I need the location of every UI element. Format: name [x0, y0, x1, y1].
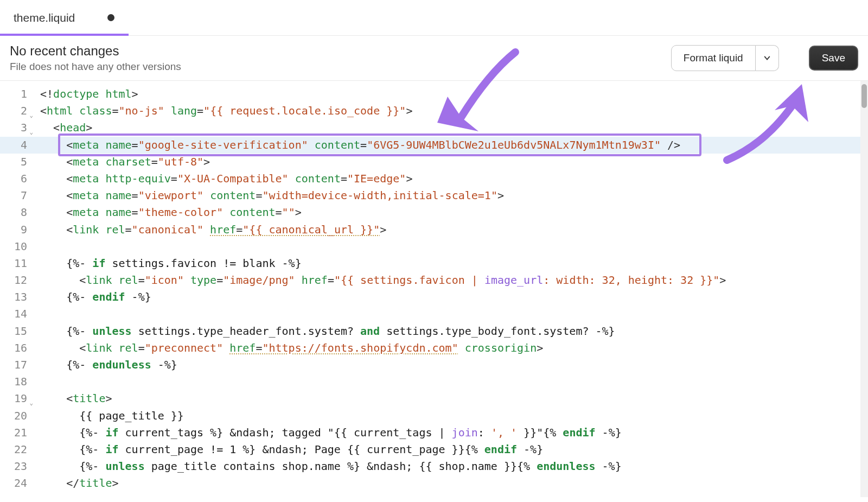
line-number: 3⌄ [0, 119, 27, 136]
code-line[interactable]: {%- if current_tags %} &ndash; tagged "{… [40, 424, 868, 441]
line-number: 13 [0, 289, 27, 306]
code-line[interactable] [40, 373, 868, 390]
line-number: 8 [0, 204, 27, 221]
status-subtitle: File does not have any other versions [10, 61, 181, 73]
line-number: 22 [0, 441, 27, 458]
line-number: 21 [0, 424, 27, 441]
toolbar: No recent changes File does not have any… [0, 36, 868, 81]
code-line[interactable]: {{ page_title }} [40, 408, 868, 424]
code-line[interactable]: <link rel="icon" type="image/png" href="… [40, 272, 868, 289]
line-number: 19⌄ [0, 390, 27, 407]
tab-bar: theme.liquid [0, 0, 868, 36]
code-line[interactable]: {%- unless settings.type_header_font.sys… [40, 323, 868, 340]
code-line[interactable]: {%- endif -%} [40, 289, 868, 306]
format-liquid-button[interactable]: Format liquid [671, 45, 756, 71]
code-line[interactable]: <html class="no-js" lang="{{ request.loc… [40, 103, 868, 119]
code-line[interactable]: {%- unless page_title contains shop.name… [40, 458, 868, 475]
line-number: 17 [0, 357, 27, 373]
dirty-indicator-icon [107, 14, 114, 21]
toolbar-actions: Format liquid Save [671, 45, 858, 71]
code-line[interactable] [40, 306, 868, 322]
line-number: 4 [0, 137, 27, 154]
code-line[interactable]: <meta name="viewport" content="width=dev… [40, 187, 868, 204]
save-button[interactable]: Save [809, 46, 858, 71]
line-number: 9 [0, 221, 27, 238]
code-line[interactable]: <link rel="preconnect" href="https://fon… [40, 340, 868, 357]
code-line[interactable]: {%- if current_page != 1 %} &ndash; Page… [40, 441, 868, 458]
line-number: 16 [0, 340, 27, 357]
code-line[interactable]: <meta http-equiv="X-UA-Compatible" conte… [40, 170, 868, 187]
code-line[interactable]: </title> [40, 475, 868, 492]
line-number: 5 [0, 154, 27, 170]
status-block: No recent changes File does not have any… [10, 43, 181, 73]
line-number: 7 [0, 187, 27, 204]
code-line[interactable]: <meta charset="utf-8"> [40, 154, 868, 170]
code-line[interactable] [40, 238, 868, 255]
code-line[interactable]: <title> [40, 390, 868, 407]
line-number: 12 [0, 272, 27, 289]
code-line[interactable]: <link rel="canonical" href="{{ canonical… [40, 221, 868, 238]
line-number: 1 [0, 86, 27, 103]
code-line[interactable]: {%- endunless -%} [40, 357, 868, 373]
line-number: 6 [0, 170, 27, 187]
chevron-down-icon [763, 54, 771, 62]
format-dropdown-button[interactable] [756, 45, 779, 71]
code-line[interactable]: {%- if settings.favicon != blank -%} [40, 255, 868, 272]
tab-active-indicator [0, 34, 129, 36]
line-number-gutter: 12⌄3⌄45678910111213141516171819⌄20212223… [0, 81, 33, 497]
code-line[interactable]: <meta name="theme-color" content=""> [40, 204, 868, 221]
code-content[interactable]: <!doctype html><html class="no-js" lang=… [33, 81, 868, 497]
status-title: No recent changes [10, 43, 181, 59]
code-editor[interactable]: 12⌄3⌄45678910111213141516171819⌄20212223… [0, 81, 868, 497]
line-number: 11 [0, 255, 27, 272]
line-number: 15 [0, 323, 27, 340]
line-number: 20 [0, 408, 27, 424]
line-number: 24 [0, 475, 27, 492]
line-number: 18 [0, 373, 27, 390]
tab-theme-liquid[interactable]: theme.liquid [14, 0, 114, 35]
tab-filename: theme.liquid [14, 11, 75, 24]
code-line[interactable]: <!doctype html> [40, 86, 868, 103]
code-line[interactable]: <meta name="google-site-verification" co… [40, 137, 868, 154]
line-number: 14 [0, 306, 27, 322]
line-number: 2⌄ [0, 103, 27, 119]
line-number: 23 [0, 458, 27, 475]
line-number: 10 [0, 238, 27, 255]
code-line[interactable]: <head> [40, 119, 868, 136]
format-button-group: Format liquid [671, 45, 779, 71]
